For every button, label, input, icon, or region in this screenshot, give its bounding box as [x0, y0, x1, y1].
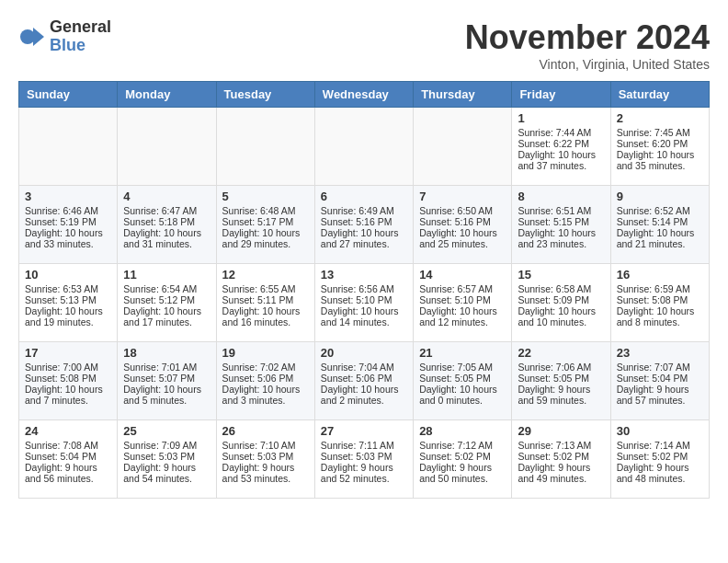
day-info-line: Daylight: 10 hours and 3 minutes.	[222, 384, 309, 406]
day-info-line: Sunrise: 7:44 AM	[518, 127, 604, 138]
day-number: 2	[617, 111, 703, 125]
calendar-cell: 2Sunrise: 7:45 AMSunset: 6:20 PMDaylight…	[610, 108, 709, 186]
day-info-line: Sunrise: 6:55 AM	[222, 283, 309, 294]
day-number: 30	[617, 424, 703, 438]
calendar-cell: 20Sunrise: 7:04 AMSunset: 5:06 PMDayligh…	[314, 342, 413, 420]
day-info-line: Daylight: 9 hours and 52 minutes.	[321, 462, 407, 484]
day-info-line: Sunset: 6:22 PM	[518, 138, 604, 149]
day-info-line: Daylight: 10 hours and 17 minutes.	[123, 305, 210, 327]
day-info-line: Daylight: 9 hours and 49 minutes.	[518, 462, 604, 484]
calendar-cell	[414, 108, 512, 186]
day-info-line: Sunset: 5:16 PM	[419, 216, 506, 227]
day-info-line: Sunset: 5:04 PM	[617, 373, 703, 384]
calendar-cell: 5Sunrise: 6:48 AMSunset: 5:17 PMDaylight…	[216, 186, 314, 264]
day-info-line: Daylight: 10 hours and 19 minutes.	[25, 305, 111, 327]
day-number: 9	[617, 190, 703, 203]
calendar-cell: 14Sunrise: 6:57 AMSunset: 5:10 PMDayligh…	[414, 264, 512, 342]
day-info-line: Sunrise: 6:46 AM	[25, 205, 111, 216]
day-info-line: Daylight: 10 hours and 2 minutes.	[321, 384, 407, 406]
day-info-line: Daylight: 9 hours and 53 minutes.	[222, 462, 309, 484]
calendar-cell: 29Sunrise: 7:13 AMSunset: 5:02 PMDayligh…	[512, 420, 610, 499]
day-info-line: Sunrise: 7:02 AM	[222, 362, 309, 373]
day-info-line: Sunset: 5:08 PM	[617, 294, 703, 305]
day-info-line: Sunrise: 7:12 AM	[419, 440, 506, 451]
calendar-cell: 18Sunrise: 7:01 AMSunset: 5:07 PMDayligh…	[118, 342, 216, 420]
day-info-line: Daylight: 10 hours and 12 minutes.	[419, 305, 506, 327]
day-info-line: Sunrise: 6:50 AM	[419, 205, 506, 216]
day-info-line: Daylight: 10 hours and 25 minutes.	[419, 227, 506, 249]
day-number: 21	[419, 346, 506, 360]
calendar-cell: 26Sunrise: 7:10 AMSunset: 5:03 PMDayligh…	[216, 420, 314, 499]
day-info-line: Sunset: 5:17 PM	[222, 216, 309, 227]
day-info-line: Sunset: 5:19 PM	[25, 216, 111, 227]
day-info-line: Sunset: 5:16 PM	[321, 216, 407, 227]
day-info-line: Daylight: 9 hours and 59 minutes.	[518, 384, 604, 406]
day-number: 1	[518, 111, 604, 125]
day-info-line: Daylight: 10 hours and 5 minutes.	[123, 384, 210, 406]
day-number: 15	[518, 268, 604, 282]
weekday-header: Wednesday	[314, 82, 413, 108]
calendar-cell	[314, 108, 413, 186]
day-info-line: Sunrise: 6:48 AM	[222, 205, 309, 216]
day-info-line: Sunset: 5:18 PM	[123, 216, 210, 227]
svg-point-0	[20, 29, 35, 44]
day-number: 17	[25, 346, 111, 360]
calendar-cell: 3Sunrise: 6:46 AMSunset: 5:19 PMDaylight…	[19, 186, 118, 264]
day-info-line: Sunrise: 6:54 AM	[123, 283, 210, 294]
day-info-line: Sunset: 5:03 PM	[222, 451, 309, 462]
calendar-week-row: 10Sunrise: 6:53 AMSunset: 5:13 PMDayligh…	[19, 264, 710, 342]
day-info-line: Sunrise: 6:47 AM	[123, 205, 210, 216]
day-number: 18	[123, 346, 210, 360]
day-number: 7	[419, 190, 506, 203]
calendar-week-row: 24Sunrise: 7:08 AMSunset: 5:04 PMDayligh…	[19, 420, 710, 499]
day-info-line: Sunrise: 7:45 AM	[617, 127, 703, 138]
day-info-line: Daylight: 10 hours and 7 minutes.	[25, 384, 111, 406]
calendar-cell	[118, 108, 216, 186]
day-info-line: Sunset: 5:02 PM	[617, 451, 703, 462]
calendar-table: SundayMondayTuesdayWednesdayThursdayFrid…	[18, 81, 710, 499]
title-block: November 2024 Vinton, Virginia, United S…	[465, 18, 710, 72]
day-info-line: Sunrise: 6:53 AM	[25, 283, 111, 294]
day-info-line: Sunrise: 6:58 AM	[518, 283, 604, 294]
day-info-line: Sunset: 5:11 PM	[222, 294, 309, 305]
day-info-line: Sunset: 6:20 PM	[617, 138, 703, 149]
day-info-line: Daylight: 10 hours and 31 minutes.	[123, 227, 210, 249]
day-info-line: Sunrise: 7:05 AM	[419, 362, 506, 373]
day-info-line: Sunset: 5:10 PM	[321, 294, 407, 305]
day-number: 25	[123, 424, 210, 438]
svg-marker-1	[33, 28, 44, 46]
day-info-line: Sunset: 5:13 PM	[25, 294, 111, 305]
day-info-line: Sunset: 5:07 PM	[123, 373, 210, 384]
day-info-line: Sunset: 5:09 PM	[518, 294, 604, 305]
day-number: 13	[321, 268, 407, 282]
day-number: 10	[25, 268, 111, 282]
day-number: 6	[321, 190, 407, 203]
calendar-cell: 30Sunrise: 7:14 AMSunset: 5:02 PMDayligh…	[610, 420, 709, 499]
day-number: 14	[419, 268, 506, 282]
day-info-line: Daylight: 10 hours and 29 minutes.	[222, 227, 309, 249]
day-info-line: Sunrise: 7:14 AM	[617, 440, 703, 451]
day-info-line: Daylight: 9 hours and 48 minutes.	[617, 462, 703, 484]
day-info-line: Sunrise: 7:06 AM	[518, 362, 604, 373]
day-number: 4	[123, 190, 210, 203]
day-info-line: Sunrise: 7:10 AM	[222, 440, 309, 451]
calendar-cell: 9Sunrise: 6:52 AMSunset: 5:14 PMDaylight…	[610, 186, 709, 264]
day-info-line: Sunset: 5:08 PM	[25, 373, 111, 384]
calendar-cell: 10Sunrise: 6:53 AMSunset: 5:13 PMDayligh…	[19, 264, 118, 342]
day-info-line: Daylight: 10 hours and 27 minutes.	[321, 227, 407, 249]
day-number: 11	[123, 268, 210, 282]
day-info-line: Daylight: 10 hours and 21 minutes.	[617, 227, 703, 249]
day-info-line: Sunset: 5:03 PM	[321, 451, 407, 462]
day-number: 16	[617, 268, 703, 282]
calendar-cell: 17Sunrise: 7:00 AMSunset: 5:08 PMDayligh…	[19, 342, 118, 420]
day-info-line: Sunset: 5:02 PM	[518, 451, 604, 462]
day-info-line: Daylight: 10 hours and 33 minutes.	[25, 227, 111, 249]
calendar-cell: 16Sunrise: 6:59 AMSunset: 5:08 PMDayligh…	[610, 264, 709, 342]
logo-blue-text: Blue	[50, 36, 85, 54]
day-info-line: Sunrise: 6:57 AM	[419, 283, 506, 294]
calendar-cell: 8Sunrise: 6:51 AMSunset: 5:15 PMDaylight…	[512, 186, 610, 264]
day-info-line: Sunrise: 6:49 AM	[321, 205, 407, 216]
weekday-header: Monday	[118, 82, 216, 108]
calendar-cell: 22Sunrise: 7:06 AMSunset: 5:05 PMDayligh…	[512, 342, 610, 420]
calendar-cell: 12Sunrise: 6:55 AMSunset: 5:11 PMDayligh…	[216, 264, 314, 342]
